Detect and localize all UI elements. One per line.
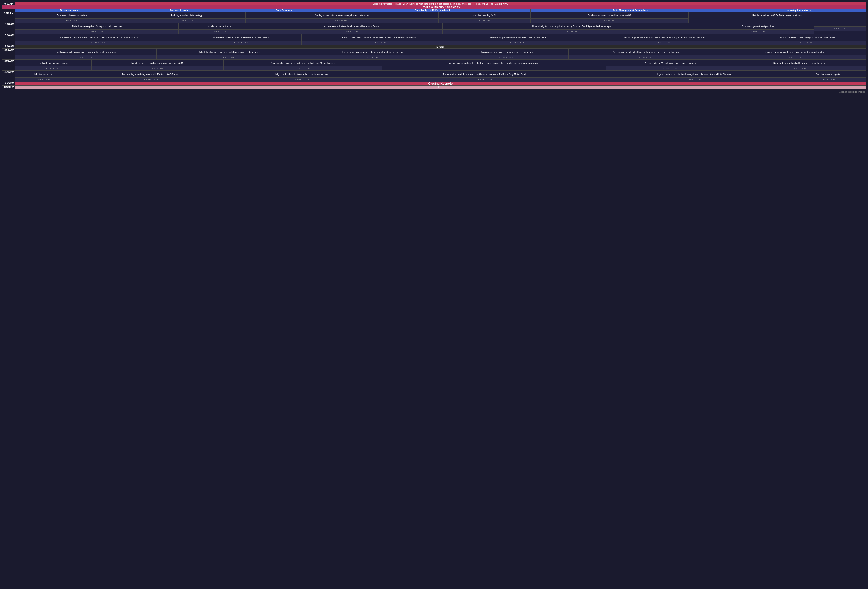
session-cell-4-5[interactable]: Ryanair uses machine learning to innovat… bbox=[724, 49, 866, 59]
session-title-1-0: Data-driven enterprise : Going from visi… bbox=[15, 23, 179, 30]
session-cell-6-1[interactable]: Accelerating your data journey with AWS … bbox=[72, 71, 230, 82]
session-cell-6-5[interactable]: Supply chain and logistics LEVEL 100 bbox=[792, 71, 866, 82]
level-badge-2-4: LEVEL 200 bbox=[579, 41, 749, 45]
session-cell-0-1[interactable]: Building a modern data strategy LEVEL 10… bbox=[128, 12, 245, 23]
session-cell-6-4[interactable]: Ingest real-time data for batch analytic… bbox=[596, 71, 792, 82]
session-cell-5-4[interactable]: Prepare data for ML with ease, speed, an… bbox=[606, 59, 734, 71]
session-cell-1-3[interactable]: Unlock insights in your applications usi… bbox=[443, 23, 702, 34]
session-cell-0-3[interactable]: Machine Learning for All LEVEL 200 bbox=[438, 12, 530, 23]
session-title-2-1: Modern data architecture to accelerate y… bbox=[182, 34, 301, 41]
time-cell-0: 9:30 AM bbox=[3, 12, 15, 23]
end-row-8: 01:00 PM End bbox=[3, 86, 866, 89]
session-title-0-3: Machine Learning for All bbox=[438, 12, 530, 18]
schedule-row-table-2: 10:30 AM Data and the C-suite/S-team : H… bbox=[2, 34, 866, 45]
session-cell-4-3[interactable]: Using natural language to answer busines… bbox=[444, 49, 568, 59]
session-title-5-2: Build scalable applications with purpose… bbox=[224, 59, 382, 66]
session-title-0-5: Rethink possible : AWS for Data innovati… bbox=[689, 12, 865, 18]
level-badge-4-2: LEVEL 300 bbox=[301, 55, 444, 59]
level-badge-1-3: LEVEL 200 bbox=[443, 30, 702, 34]
level-badge-2-2: LEVEL 200 bbox=[301, 41, 456, 45]
session-cell-2-1[interactable]: Modern data architecture to accelerate y… bbox=[181, 34, 301, 45]
schedule-row-table-0: 9:30 AM Amazon's culture of innovation L… bbox=[2, 12, 866, 23]
level-badge-4-5: LEVEL 100 bbox=[724, 55, 865, 59]
session-cell-6-2[interactable]: Migrate critical applications to increas… bbox=[230, 71, 374, 82]
session-title-6-3: End-to-end ML and data science workflows… bbox=[374, 71, 596, 77]
session-title-4-0: Building a smarter organization powered … bbox=[15, 49, 156, 55]
level-badge-5-1: LEVEL 100 bbox=[92, 66, 224, 71]
session-cell-5-2[interactable]: Build scalable applications with purpose… bbox=[224, 59, 382, 71]
session-cell-5-0[interactable]: High-velocity decision making LEVEL 100 bbox=[15, 59, 92, 71]
session-cell-0-0[interactable]: Amazon's culture of innovation LEVEL 100 bbox=[15, 12, 128, 23]
session-cell-4-4[interactable]: Securing personally identifiable informa… bbox=[568, 49, 724, 59]
footnote: *Agenda subject to change bbox=[2, 89, 866, 93]
closing-keynote-cell-7: Closing Keynote bbox=[15, 82, 866, 86]
session-title-6-0: ML at Amazon.com bbox=[15, 71, 72, 77]
session-cell-2-3[interactable]: Generate ML predictions with no code sol… bbox=[456, 34, 578, 45]
session-cell-0-2[interactable]: Getting started with serverless analytic… bbox=[245, 12, 438, 23]
session-title-4-1: Unify data silos by connecting and shari… bbox=[156, 49, 301, 55]
level-badge-2-1: LEVEL 100 bbox=[182, 41, 301, 45]
session-cell-1-5[interactable]: LEVEL 100 bbox=[814, 23, 865, 34]
session-cell-4-2[interactable]: Run inference on real-time data streams … bbox=[301, 49, 444, 59]
col-header-time-empty bbox=[3, 9, 15, 12]
col-header-technical: Technical Leader bbox=[124, 9, 235, 12]
session-title-0-2: Getting started with serverless analytic… bbox=[245, 12, 438, 18]
session-cell-1-1[interactable]: Analytics market trends LEVEL 100 bbox=[179, 23, 261, 34]
level-badge-4-0: LEVEL 100 bbox=[15, 55, 156, 59]
session-cell-2-4[interactable]: Centralize governance for your data lake… bbox=[578, 34, 749, 45]
level-badge-5-0: LEVEL 100 bbox=[15, 66, 92, 71]
session-cell-0-5[interactable]: Rethink possible : AWS for Data innovati… bbox=[688, 12, 865, 23]
session-cell-5-5[interactable]: Data strategies to build a life sciences… bbox=[734, 59, 866, 71]
level-badge-0-0: LEVEL 100 bbox=[15, 18, 128, 22]
level-badge-0-2: LEVEL100 bbox=[245, 18, 438, 22]
session-row-2: 10:30 AM Data and the C-suite/S-team : H… bbox=[3, 34, 866, 45]
session-title-1-4: Data management best practices bbox=[703, 23, 814, 30]
level-badge-1-2: LEVEL 200 bbox=[261, 30, 443, 34]
session-title-4-3: Using natural language to answer busines… bbox=[444, 49, 568, 55]
level-badge-5-4: LEVEL 200 bbox=[607, 66, 734, 71]
level-badge-6-5: LEVEL 100 bbox=[792, 77, 865, 81]
level-badge-0-1: LEVEL 100 bbox=[128, 18, 245, 22]
session-title-5-1: Invent experiences and optimize processe… bbox=[92, 59, 224, 66]
session-title-4-4: Securing personally identifiable informa… bbox=[568, 49, 724, 55]
time-3: 11:00 AM bbox=[3, 45, 15, 49]
session-cell-2-5[interactable]: Building a modern data strategy to impro… bbox=[749, 34, 865, 45]
time-cell-5: 11:45 AM bbox=[3, 59, 15, 71]
session-row-6: 12:15 PM ML at Amazon.com LEVEL 100 Acce… bbox=[3, 71, 866, 82]
session-row-1: 10:00 AM Data-driven enterprise : Going … bbox=[3, 23, 866, 34]
level-badge-4-4: LEVEL 200 bbox=[568, 55, 724, 59]
session-cell-5-1[interactable]: Invent experiences and optimize processe… bbox=[92, 59, 224, 71]
opening-keynote-row: 9:00AM Opening Keynote: Reinvent your bu… bbox=[3, 3, 866, 5]
session-cell-6-0[interactable]: ML at Amazon.com LEVEL 100 bbox=[15, 71, 72, 82]
time-cell-6: 12:15 PM bbox=[3, 71, 15, 82]
time-cell-1: 10:00 AM bbox=[3, 23, 15, 34]
session-cell-1-4[interactable]: Data management best practices LEVEL 200 bbox=[702, 23, 814, 34]
session-cell-5-3[interactable]: Discover, query, and analyze third party… bbox=[382, 59, 606, 71]
session-cell-0-4[interactable]: Building a modern data architecture on A… bbox=[530, 12, 688, 23]
session-title-1-1: Analytics market trends bbox=[179, 23, 261, 30]
level-badge-1-4: LEVEL 200 bbox=[703, 30, 814, 34]
session-cell-4-0[interactable]: Building a smarter organization powered … bbox=[15, 49, 156, 59]
session-cell-2-0[interactable]: Data and the C-suite/S-team : How do you… bbox=[15, 34, 182, 45]
level-badge-2-0: LEVEL 100 bbox=[15, 41, 181, 45]
schedule-row-table-8: 01:00 PM End bbox=[2, 85, 866, 89]
tracks-header-row: Tracks & Breakout Sessions bbox=[3, 5, 866, 9]
session-title-5-0: High-velocity decision making bbox=[15, 59, 92, 66]
level-badge-1-0: LEVEL 200 bbox=[15, 30, 179, 34]
session-cell-1-2[interactable]: Accelerate application development with … bbox=[261, 23, 443, 34]
level-badge-6-0: LEVEL 100 bbox=[15, 77, 72, 81]
session-cell-4-1[interactable]: Unify data silos by connecting and shari… bbox=[156, 49, 301, 59]
session-title-1-2: Accelerate application development with … bbox=[261, 23, 443, 30]
session-cell-2-2[interactable]: Amazon OpenSearch Service : Open-source … bbox=[301, 34, 456, 45]
level-badge-5-2: LEVEL 200 bbox=[224, 66, 382, 71]
session-title-6-5: Supply chain and logistics bbox=[792, 71, 865, 77]
schedule-row-table-5: 11:45 AM High-velocity decision making L… bbox=[2, 59, 866, 71]
session-title-0-1: Building a modern data strategy bbox=[128, 12, 245, 18]
session-cell-1-0[interactable]: Data-driven enterprise : Going from visi… bbox=[15, 23, 179, 34]
level-badge-1-1: LEVEL 100 bbox=[179, 30, 261, 34]
session-title-6-4: Ingest real-time data for batch analytic… bbox=[596, 71, 792, 77]
break-row-3: 11:00 AM Break bbox=[3, 45, 866, 49]
tracks-header-cell: Tracks & Breakout Sessions bbox=[15, 5, 866, 9]
level-badge-2-3: LEVEL 200 bbox=[456, 41, 578, 45]
session-cell-6-3[interactable]: End-to-end ML and data science workflows… bbox=[374, 71, 596, 82]
